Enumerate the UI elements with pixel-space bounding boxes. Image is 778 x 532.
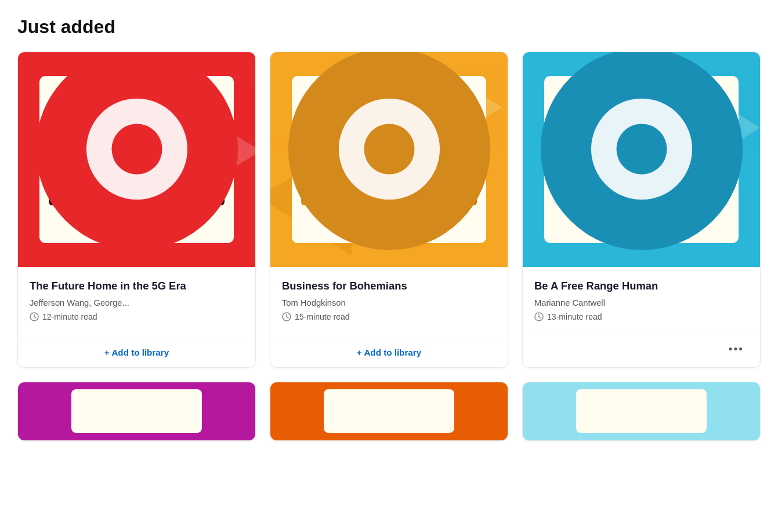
read-time-label-1: 12-minute read [42,312,97,321]
bottom-cover-2 [270,382,508,440]
add-to-library-button-2[interactable]: + Add to library [357,348,421,357]
book-card-2: Business for Bohemians [270,52,508,368]
bottom-cover-1 [18,382,255,440]
card-footer-2: + Add to library [270,338,508,367]
book-author-2: Tom Hodgkinson [282,298,496,307]
svg-line-21 [539,317,541,318]
bottom-card-3 [522,382,761,441]
add-to-library-button-1[interactable]: + Add to library [104,348,169,357]
book-card-1: The Future Home in the 5G Era The Future… [17,52,256,368]
read-time-label-2: 15-minute read [295,312,350,321]
bottom-cover-inner-1 [71,389,202,433]
read-time-3: 13-minute read [534,312,748,321]
card-footer-3: ••• [523,331,760,367]
svg-point-18 [616,124,667,174]
section-title: Just added [17,16,761,38]
read-time-1: 12-minute read [30,312,244,321]
read-time-2: 15-minute read [282,312,496,321]
book-title-1: The Future Home in the 5G Era [30,278,244,294]
bottom-cover-inner-3 [576,389,707,433]
cards-grid: The Future Home in the 5G Era The Future… [17,52,761,368]
card-cover-3: Be a Free Range Human [523,52,760,267]
card-footer-1: + Add to library [18,338,255,367]
card-cover-1: The Future Home in the 5G Era [18,52,255,267]
card-logo-1 [18,52,255,256]
book-title-3: Be A Free Range Human [534,278,748,294]
card-body-2: Business for Bohemians Tom Hodgkinson 15… [270,267,508,338]
clock-icon-3 [534,312,544,321]
card-cover-2: Business for Bohemians [270,52,508,267]
card-body-3: Be A Free Range Human Marianne Cantwell … [523,267,760,331]
bottom-card-2 [270,382,508,441]
clock-icon-1 [30,312,39,321]
bottom-card-1 [17,382,256,441]
card-logo-2 [270,52,508,256]
svg-line-14 [287,317,288,318]
card-logo-3 [523,52,760,256]
clock-icon-2 [282,312,291,321]
more-options-button-3[interactable]: ••• [724,341,748,358]
read-time-label-3: 13-minute read [547,312,602,321]
book-author-1: Jefferson Wang, George... [30,298,244,307]
card-body-1: The Future Home in the 5G Era Jefferson … [18,267,255,338]
svg-line-6 [34,317,36,318]
book-title-2: Business for Bohemians [282,278,496,294]
book-author-3: Marianne Cantwell [534,298,748,307]
bottom-cover-3 [523,382,760,440]
svg-point-11 [364,124,414,174]
bottom-cards-grid [17,382,761,441]
book-card-3: Be a Free Range Human Be A Free Range Hu… [522,52,761,368]
bottom-cover-inner-2 [324,389,454,433]
svg-point-3 [111,124,162,174]
